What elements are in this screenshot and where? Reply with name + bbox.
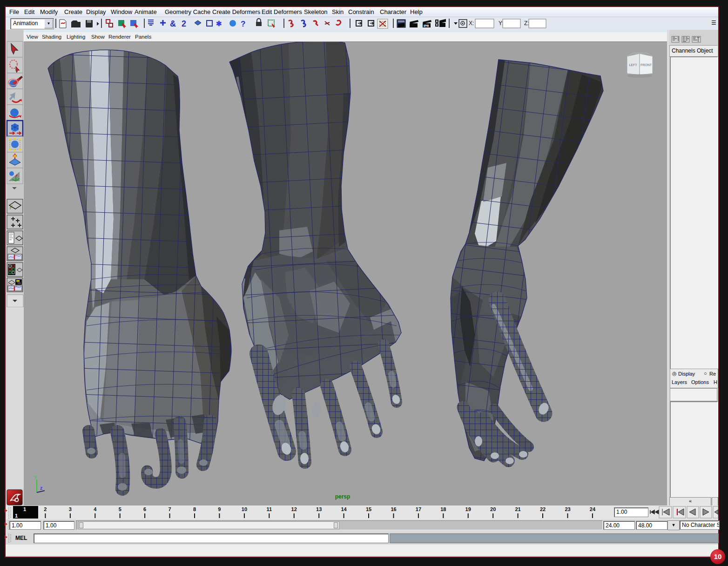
svg-text:Z:: Z:: [524, 20, 529, 27]
svg-text:16: 16: [391, 506, 396, 512]
svg-text:z: z: [40, 485, 43, 491]
svg-text:y: y: [34, 474, 37, 479]
svg-text:1: 1: [15, 513, 18, 519]
svg-text:9: 9: [218, 506, 221, 512]
svg-text:8: 8: [193, 506, 196, 512]
svg-text:15: 15: [366, 506, 371, 512]
svg-text:24: 24: [590, 506, 596, 512]
svg-text:11: 11: [266, 506, 272, 512]
svg-text:IPR: IPR: [424, 24, 429, 27]
svg-text:LEFT: LEFT: [629, 63, 637, 67]
svg-text:5: 5: [119, 506, 121, 512]
svg-text:21: 21: [515, 506, 520, 512]
svg-text:23: 23: [565, 506, 570, 512]
svg-text:10: 10: [242, 506, 247, 512]
svg-text:?: ?: [241, 20, 245, 28]
svg-text:X:: X:: [469, 20, 474, 27]
svg-text:4: 4: [94, 506, 97, 512]
svg-text:19: 19: [465, 506, 471, 512]
svg-text:&: &: [170, 19, 176, 28]
svg-text:12: 12: [291, 506, 297, 512]
svg-text:✱: ✱: [216, 20, 222, 27]
svg-text:18: 18: [440, 506, 446, 512]
svg-text:3: 3: [69, 506, 72, 512]
svg-text:FRONT: FRONT: [640, 63, 652, 67]
svg-text:17: 17: [416, 506, 421, 512]
svg-text:22: 22: [540, 506, 546, 512]
svg-text:2: 2: [44, 506, 47, 512]
svg-text:13: 13: [316, 506, 322, 512]
svg-text:7: 7: [169, 506, 171, 512]
svg-text:2: 2: [182, 19, 186, 28]
svg-text:6: 6: [143, 506, 146, 512]
svg-text:14: 14: [341, 506, 347, 512]
svg-text:20: 20: [490, 506, 496, 512]
svg-text:1: 1: [23, 506, 26, 512]
svg-text:persp: persp: [335, 493, 351, 500]
